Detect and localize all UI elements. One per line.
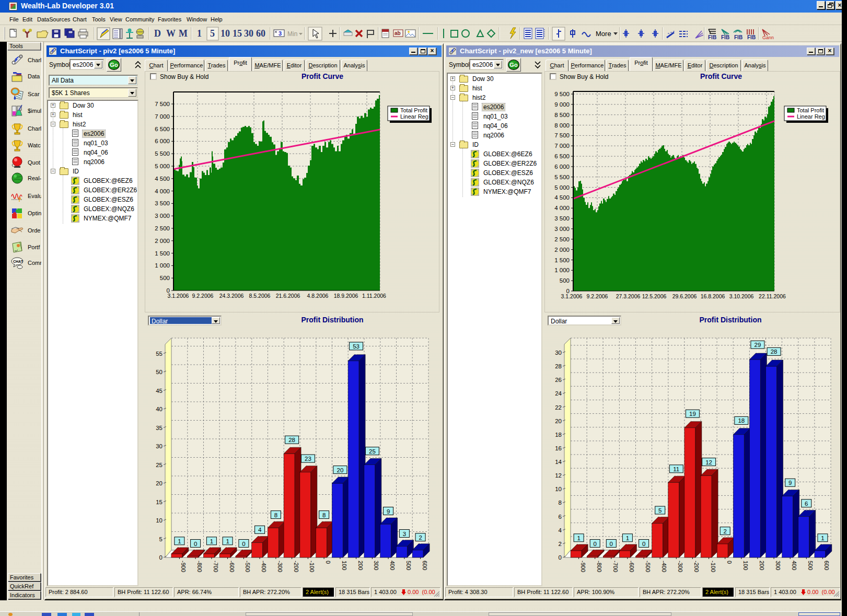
svg-text:20: 20 [156,480,163,486]
svg-text:8: 8 [559,499,562,506]
svg-text:FIB: FIB [734,34,742,40]
svg-text:6: 6 [559,514,562,520]
svg-text:9.2.2006: 9.2.2006 [587,293,608,299]
svg-text:24: 24 [555,390,562,397]
svg-text:1 500: 1 500 [554,257,570,263]
svg-text:Linear Reg: Linear Reg [400,113,428,120]
svg-text:FIB: FIB [708,34,716,40]
svg-text:8.5.2006: 8.5.2006 [249,293,271,299]
svg-text:50: 50 [156,369,163,375]
svg-text:600: 600 [422,561,428,570]
svg-text:12.5.2006: 12.5.2006 [642,293,667,299]
svg-text:-100: -100 [309,561,315,572]
svg-text:2 000: 2 000 [155,238,170,244]
svg-text:28: 28 [771,348,778,355]
svg-text:Linear Reg: Linear Reg [797,113,825,120]
svg-text:500: 500 [807,561,814,570]
svg-text:7 000: 7 000 [554,143,570,149]
svg-text:20: 20 [555,418,562,424]
svg-text:21.6.2006: 21.6.2006 [276,293,300,299]
svg-text:-500: -500 [245,561,251,572]
svg-text:2: 2 [419,534,422,541]
svg-text:1: 1 [210,538,213,544]
svg-text:0: 0 [159,554,163,561]
svg-text:12: 12 [555,472,562,479]
svg-text:45: 45 [156,388,163,394]
svg-text:-200: -200 [293,561,299,572]
svg-text:16.8.2006: 16.8.2006 [701,293,725,299]
svg-text:0: 0 [593,541,596,547]
svg-text:10: 10 [555,486,562,492]
svg-text:100: 100 [742,561,749,570]
svg-text:4 500: 4 500 [554,194,570,201]
svg-text:600: 600 [823,561,830,570]
svg-text:8 500: 8 500 [554,112,570,118]
svg-text:-600: -600 [629,561,635,572]
svg-text:1: 1 [226,538,229,544]
svg-text:9.2.2006: 9.2.2006 [192,293,214,299]
svg-text:3.1.2006: 3.1.2006 [561,293,583,299]
svg-text:7 500: 7 500 [554,132,570,138]
svg-text:-300: -300 [277,561,283,572]
svg-text:5 500: 5 500 [155,150,170,157]
svg-text:400: 400 [791,561,797,570]
svg-text:1 000: 1 000 [155,262,170,269]
svg-text:9: 9 [387,508,390,515]
svg-text:18.9.2006: 18.9.2006 [334,293,358,299]
svg-text:7 500: 7 500 [155,101,170,107]
svg-text:40: 40 [156,406,163,412]
svg-text:-500: -500 [645,561,651,572]
svg-text:3 000: 3 000 [155,213,170,219]
svg-text:CHAT: CHAT [13,260,24,263]
svg-text:26: 26 [555,377,562,383]
svg-text:500: 500 [160,275,170,281]
svg-text:1 500: 1 500 [155,250,170,257]
svg-text:200: 200 [357,561,364,570]
svg-text:-100: -100 [710,561,716,572]
svg-text:3 500: 3 500 [554,215,570,222]
svg-text:Total Profit: Total Profit [797,107,824,113]
svg-text:500: 500 [405,561,412,570]
svg-text:8: 8 [274,512,277,518]
svg-text:-700: -700 [612,561,619,572]
svg-text:30: 30 [244,28,253,39]
svg-text:1: 1 [197,28,202,39]
svg-text:10: 10 [221,28,230,39]
svg-text:10: 10 [156,517,163,524]
svg-text:More: More [596,30,611,38]
svg-text:0: 0 [610,541,613,547]
svg-text:6 000: 6 000 [554,164,570,170]
svg-text:D: D [154,28,161,39]
svg-text:1.11.2006: 1.11.2006 [362,293,386,299]
svg-text:4.8.2006: 4.8.2006 [307,293,329,299]
svg-text:4 000: 4 000 [554,205,570,211]
svg-text:15: 15 [233,28,242,39]
svg-text:20: 20 [337,467,344,473]
svg-text:-400: -400 [261,561,267,572]
svg-text:1: 1 [626,535,629,541]
svg-text:19: 19 [689,411,696,417]
svg-text:24.3.2006: 24.3.2006 [219,293,244,299]
svg-text:3 500: 3 500 [155,200,170,206]
svg-text:30: 30 [156,443,163,449]
svg-text:0: 0 [726,561,733,564]
svg-text:-700: -700 [213,561,219,572]
svg-text:3.1.2006: 3.1.2006 [168,293,189,299]
svg-text:FIB: FIB [747,34,756,40]
svg-text:3 000: 3 000 [554,226,570,232]
svg-text:1 000: 1 000 [554,267,570,273]
svg-text:9: 9 [788,480,792,486]
svg-text:28: 28 [555,363,562,369]
svg-text:53: 53 [353,343,359,350]
svg-text:0: 0 [325,561,331,564]
svg-text:5 000: 5 000 [155,163,170,169]
svg-text:28: 28 [288,437,295,443]
svg-text:500: 500 [560,277,570,284]
svg-text:22: 22 [555,404,562,411]
svg-text:2: 2 [559,541,562,547]
svg-text:3.10.2006: 3.10.2006 [729,293,754,299]
svg-text:25: 25 [156,462,163,468]
svg-text:M: M [179,28,188,39]
svg-text:?: ? [18,196,21,203]
svg-text:22.11.2006: 22.11.2006 [759,293,786,299]
